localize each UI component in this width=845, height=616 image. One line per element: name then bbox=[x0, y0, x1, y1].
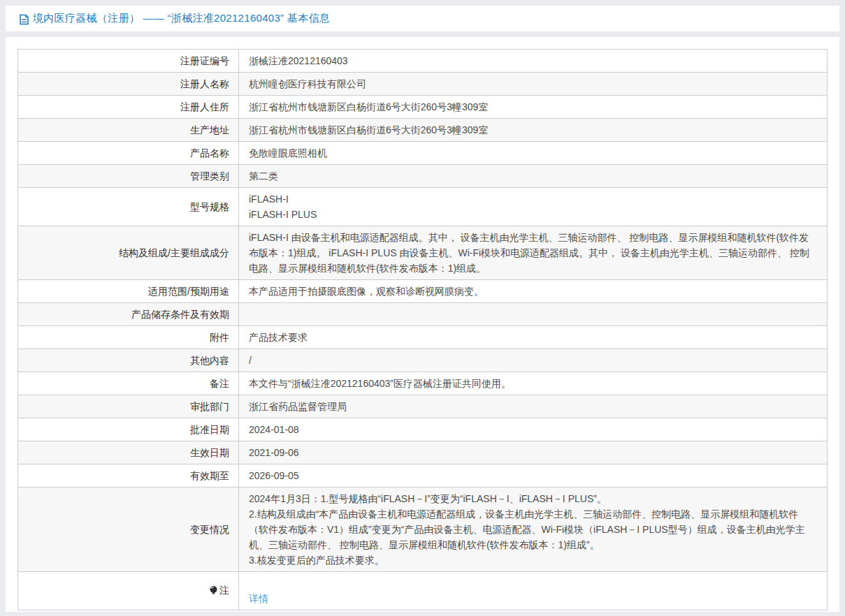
table-row: 生效日期 2021-09-06 bbox=[18, 441, 828, 464]
row-value: 本文件与“浙械注准20212160403”医疗器械注册证共同使用。 bbox=[239, 372, 828, 395]
row-label: 生产地址 bbox=[18, 119, 239, 142]
row-value: iFLASH-I 由设备主机和电源适配器组成。其中， 设备主机由光学主机、三轴运… bbox=[239, 226, 828, 280]
table-row: 生产地址 浙江省杭州市钱塘新区白杨街道6号大街260号3幢309室 bbox=[18, 119, 828, 142]
table-row: 批准日期 2024-01-08 bbox=[18, 418, 828, 441]
row-value: 杭州瞳创医疗科技有限公司 bbox=[239, 73, 828, 96]
table-row: 其他内容 / bbox=[18, 349, 828, 372]
row-value: 2026-09-05 bbox=[239, 464, 828, 487]
row-label: 有效期至 bbox=[18, 464, 239, 487]
row-label: 注册人住所 bbox=[18, 96, 239, 119]
row-value: / bbox=[239, 349, 828, 372]
row-label: 产品名称 bbox=[18, 142, 239, 165]
row-value: 本产品适用于拍摄眼底图像，观察和诊断视网膜病变。 bbox=[239, 280, 828, 303]
row-value: 浙江省杭州市钱塘新区白杨街道6号大街260号3幢309室 bbox=[239, 119, 828, 142]
row-label: 附件 bbox=[18, 326, 239, 349]
row-label: 注册证编号 bbox=[18, 50, 239, 73]
page-title: 境内医疗器械（注册） —— “浙械注准20212160403” 基本信息 bbox=[33, 12, 330, 25]
table-row: 适用范围/预期用途 本产品适用于拍摄眼底图像，观察和诊断视网膜病变。 bbox=[18, 280, 828, 303]
note-label: 注 bbox=[219, 585, 229, 596]
row-value: 2024年1月3日：1.型号规格由“iFLASH－I”变更为“iFLASH－I、… bbox=[239, 487, 828, 572]
row-label: 型号规格 bbox=[18, 188, 239, 226]
table-row: 型号规格 iFLASH-I iFLASH-I PLUS bbox=[18, 188, 828, 226]
lightbulb-icon bbox=[209, 584, 218, 599]
table-row: 注册证编号 浙械注准20212160403 bbox=[18, 50, 828, 73]
row-value: 浙江省药品监督管理局 bbox=[239, 395, 828, 418]
table-row: 有效期至 2026-09-05 bbox=[18, 464, 828, 487]
row-value: 2024-01-08 bbox=[239, 418, 828, 441]
row-label: 备注 bbox=[18, 372, 239, 395]
row-value: 第二类 bbox=[239, 165, 828, 188]
table-row: 产品名称 免散瞳眼底照相机 bbox=[18, 142, 828, 165]
document-icon bbox=[19, 14, 29, 25]
row-label: 注册人名称 bbox=[18, 73, 239, 96]
table-row: 备注 本文件与“浙械注准20212160403”医疗器械注册证共同使用。 bbox=[18, 372, 828, 395]
table-row: 结构及组成/主要组成成分 iFLASH-I 由设备主机和电源适配器组成。其中， … bbox=[18, 226, 828, 280]
row-label: 批准日期 bbox=[18, 418, 239, 441]
row-value: 免散瞳眼底照相机 bbox=[239, 142, 828, 165]
row-label: 适用范围/预期用途 bbox=[18, 280, 239, 303]
row-value: 详情 bbox=[239, 572, 828, 610]
row-value: 浙械注准20212160403 bbox=[239, 50, 828, 73]
table-row: 产品储存条件及有效期 bbox=[18, 303, 828, 326]
table-row: 附件 产品技术要求 bbox=[18, 326, 828, 349]
table-row: 审批部门 浙江省药品监督管理局 bbox=[18, 395, 828, 418]
table-row: 变更情况 2024年1月3日：1.型号规格由“iFLASH－I”变更为“iFLA… bbox=[18, 487, 828, 572]
row-label: 其他内容 bbox=[18, 349, 239, 372]
registration-info-table: 注册证编号 浙械注准20212160403 注册人名称 杭州瞳创医疗科技有限公司… bbox=[17, 49, 828, 610]
row-label: 产品储存条件及有效期 bbox=[18, 303, 239, 326]
row-value bbox=[239, 303, 828, 326]
page-header: 境内医疗器械（注册） —— “浙械注准20212160403” 基本信息 bbox=[6, 6, 839, 31]
row-label: 注 bbox=[18, 572, 239, 610]
row-value: 2021-09-06 bbox=[239, 441, 828, 464]
details-link[interactable]: 详情 bbox=[249, 593, 268, 604]
row-value: 产品技术要求 bbox=[239, 326, 828, 349]
row-label: 审批部门 bbox=[18, 395, 239, 418]
content-panel: 注册证编号 浙械注准20212160403 注册人名称 杭州瞳创医疗科技有限公司… bbox=[6, 37, 839, 612]
table-row: 注册人名称 杭州瞳创医疗科技有限公司 bbox=[18, 73, 828, 96]
row-label: 管理类别 bbox=[18, 165, 239, 188]
table-row: 注册人住所 浙江省杭州市钱塘新区白杨街道6号大街260号3幢309室 bbox=[18, 96, 828, 119]
row-value: 浙江省杭州市钱塘新区白杨街道6号大街260号3幢309室 bbox=[239, 96, 828, 119]
row-label: 生效日期 bbox=[18, 441, 239, 464]
table-row-note: 注 详情 bbox=[18, 572, 828, 610]
row-label: 结构及组成/主要组成成分 bbox=[18, 226, 239, 280]
table-row: 管理类别 第二类 bbox=[18, 165, 828, 188]
row-value: iFLASH-I iFLASH-I PLUS bbox=[239, 188, 828, 226]
row-label: 变更情况 bbox=[18, 487, 239, 572]
